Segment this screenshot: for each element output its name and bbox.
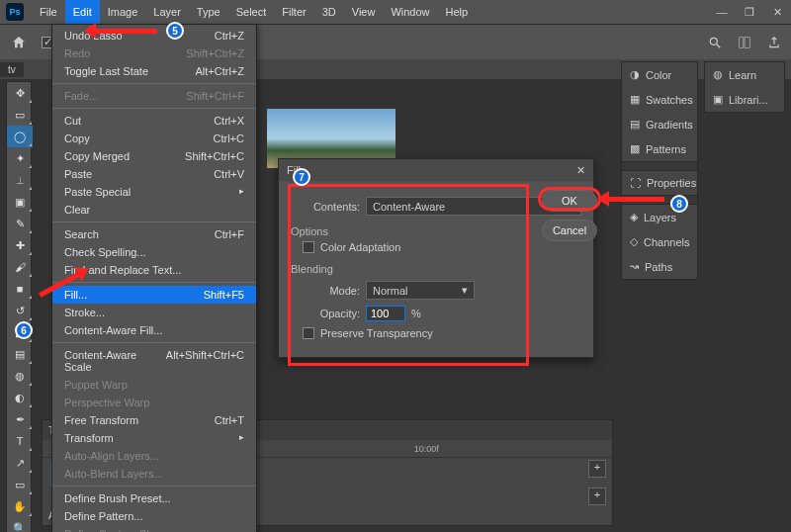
panel-tab-swatches[interactable]: ▦Swatches [622, 87, 697, 112]
search-icon[interactable] [708, 36, 722, 49]
fill-dialog-titlebar[interactable]: Fill ✕ [279, 159, 593, 181]
ok-button[interactable]: OK [542, 190, 597, 212]
add-track-button[interactable]: + [588, 460, 606, 478]
tool-move[interactable]: ✥ [7, 82, 33, 104]
panel-tab-gradients[interactable]: ▤Gradients [622, 112, 697, 136]
panel-tab-color[interactable]: ◑Color [622, 62, 697, 87]
menu-item-define-brush-preset[interactable]: Define Brush Preset... [52, 489, 256, 507]
tool-marquee[interactable]: ▭ [7, 104, 33, 126]
mode-dropdown[interactable]: Normal ▾ [366, 281, 475, 300]
tool-frame[interactable]: ▣ [7, 191, 33, 213]
document-tab[interactable]: tv [0, 62, 24, 77]
annotation-callout-7: 7 [293, 168, 310, 186]
librari--icon: ▣ [713, 93, 723, 106]
menu-file[interactable]: File [32, 0, 65, 24]
menu-item-label: Check Spelling... [64, 246, 146, 258]
tool-hand[interactable]: ✋ [7, 495, 33, 517]
menu-item-search[interactable]: SearchCtrl+F [52, 225, 256, 243]
opacity-label: Opacity: [291, 308, 360, 319]
panel-tab-librari[interactable]: ▣Librari... [705, 87, 784, 112]
tool-eyedrop[interactable]: ✎ [7, 213, 33, 234]
menu-item-copy-merged[interactable]: Copy MergedShift+Ctrl+C [52, 147, 256, 165]
menu-item-label: Search [64, 228, 99, 240]
app-logo: Ps [6, 3, 24, 21]
tool-heal[interactable]: ✚ [7, 234, 33, 256]
close-icon[interactable]: ✕ [576, 164, 585, 177]
tool-shape[interactable]: ▭ [7, 474, 33, 495]
menu-item-perspective-warp: Perspective Warp [52, 394, 256, 411]
menu-type[interactable]: Type [189, 0, 228, 24]
tool-blur[interactable]: ◍ [7, 365, 33, 387]
add-track-button[interactable]: + [588, 488, 606, 505]
paths-icon: ↝ [630, 260, 639, 273]
tool-type[interactable]: T [7, 430, 33, 452]
menu-item-check-spelling[interactable]: Check Spelling... [52, 243, 256, 261]
menu-filter[interactable]: Filter [274, 0, 313, 24]
menu-item-label: Copy Merged [64, 150, 130, 162]
tool-gradient[interactable]: ▤ [7, 343, 33, 365]
tool-brush[interactable]: 🖌 [7, 256, 33, 278]
color-icon: ◑ [630, 68, 640, 81]
menu-window[interactable]: Window [383, 0, 437, 24]
pen-icon: ✒ [16, 413, 25, 426]
panel-tab-label: Layers [644, 212, 676, 223]
menu-layer[interactable]: Layer [145, 0, 189, 24]
fill-dialog-buttons: OK Cancel [542, 190, 597, 241]
tool-path[interactable]: ↗ [7, 452, 33, 474]
window-minimize-icon[interactable]: — [708, 0, 736, 24]
panel-tab-learn[interactable]: ◍Learn [705, 62, 784, 87]
tool-wand[interactable]: ✦ [7, 147, 33, 169]
path-icon: ↗ [16, 457, 25, 470]
tool-zoom[interactable]: 🔍 [7, 517, 33, 532]
menu-item-toggle-last-state[interactable]: Toggle Last StateAlt+Ctrl+Z [52, 62, 256, 80]
tool-history[interactable]: ↺ [7, 300, 33, 321]
crop-icon: ⟂ [17, 174, 24, 186]
menu-help[interactable]: Help [438, 0, 477, 24]
home-icon[interactable] [10, 35, 28, 50]
options-section-label: Options [291, 225, 581, 237]
share-icon[interactable] [767, 36, 781, 49]
menu-item-free-transform[interactable]: Free TransformCtrl+T [52, 411, 256, 429]
menu-item-stroke[interactable]: Stroke... [52, 304, 256, 321]
menu-view[interactable]: View [344, 0, 384, 24]
tool-pen[interactable]: ✒ [7, 408, 33, 430]
menu-item-label: Copy [64, 133, 90, 144]
timeline-tick: 10:00f [414, 444, 439, 454]
menu-image[interactable]: Image [100, 0, 146, 24]
menu-item-transform[interactable]: Transform [52, 429, 256, 447]
panel-tab-paths[interactable]: ↝Paths [622, 254, 697, 279]
menu-item-copy[interactable]: CopyCtrl+C [52, 130, 256, 147]
menu-item-label: Puppet Warp [64, 379, 128, 391]
menu-item-fade: Fade...Shift+Ctrl+F [52, 87, 256, 105]
chevron-down-icon: ▾ [462, 284, 468, 297]
menu-item-content-aware-scale[interactable]: Content-Aware ScaleAlt+Shift+Ctrl+C [52, 346, 256, 376]
color-adaptation-checkbox[interactable]: Color Adaptation [303, 241, 581, 253]
tool-crop[interactable]: ⟂ [7, 169, 33, 191]
menu-item-label: Perspective Warp [64, 397, 149, 408]
cancel-button[interactable]: Cancel [542, 220, 597, 241]
menu-item-paste[interactable]: PasteCtrl+V [52, 165, 256, 183]
menu-select[interactable]: Select [228, 0, 275, 24]
panel-tab-properties[interactable]: ⛶Properties [622, 171, 697, 195]
menu-item-paste-special[interactable]: Paste Special [52, 183, 256, 201]
tool-lasso[interactable]: ◯ [7, 126, 33, 147]
menu-item-cut[interactable]: CutCtrl+X [52, 112, 256, 130]
workspace-icon[interactable] [738, 36, 751, 49]
panel-tab-label: Patterns [646, 143, 686, 155]
menu-edit[interactable]: Edit [65, 0, 100, 24]
patterns-icon: ▩ [630, 142, 640, 155]
menu-item-define-pattern[interactable]: Define Pattern... [52, 507, 256, 525]
preserve-transparency-checkbox[interactable]: Preserve Transparency [303, 327, 581, 339]
menu-3d[interactable]: 3D [314, 0, 344, 24]
panel-tab-channels[interactable]: ◇Channels [622, 229, 697, 254]
mode-value: Normal [373, 285, 407, 297]
window-restore-icon[interactable]: ❐ [736, 0, 763, 24]
tool-stamp[interactable]: ■ [7, 278, 33, 300]
menu-item-fill[interactable]: Fill...Shift+F5 [52, 286, 256, 304]
menu-item-content-aware-fill[interactable]: Content-Aware Fill... [52, 321, 256, 339]
tool-dodge[interactable]: ◐ [7, 387, 33, 408]
window-close-icon[interactable]: ✕ [763, 0, 791, 24]
panel-tab-patterns[interactable]: ▩Patterns [622, 136, 697, 161]
menu-item-clear[interactable]: Clear [52, 201, 256, 219]
opacity-field[interactable]: 100 [366, 306, 405, 321]
